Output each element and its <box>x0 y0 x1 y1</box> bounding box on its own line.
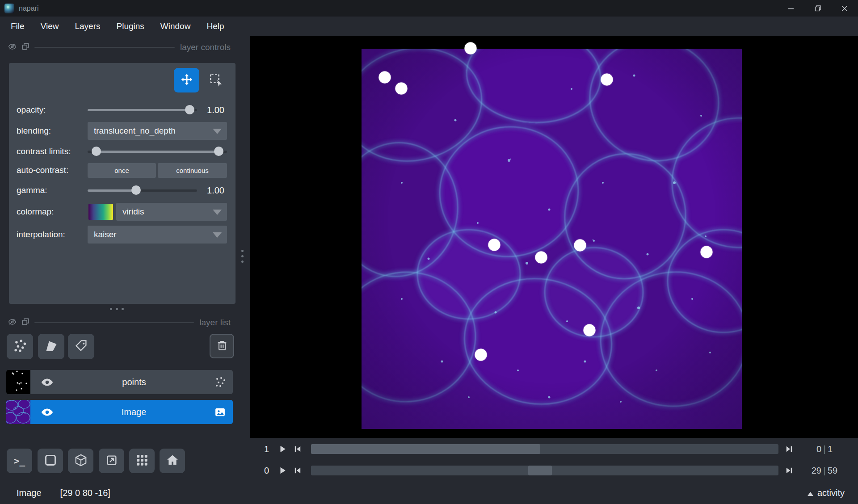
image-layer-icon <box>214 407 226 418</box>
skip-to-end-button[interactable] <box>783 443 795 455</box>
points-layer-icon <box>215 377 226 387</box>
points-layer-thumbnail <box>6 370 30 394</box>
float-panel-icon[interactable] <box>22 318 29 327</box>
console-button[interactable]: >_ <box>7 449 32 473</box>
delete-layer-button[interactable] <box>210 334 234 358</box>
play-button[interactable] <box>276 464 289 477</box>
menu-layers[interactable]: Layers <box>75 21 100 31</box>
opacity-slider-fill <box>88 109 189 111</box>
auto-contrast-continuous-button[interactable]: continuous <box>158 163 227 178</box>
dim-slider-handle[interactable] <box>528 466 551 475</box>
transform-icon <box>208 72 223 88</box>
colormap-dropdown[interactable]: viridis <box>116 203 227 221</box>
visibility-eye-icon[interactable] <box>41 378 53 386</box>
opacity-slider-handle[interactable] <box>185 105 194 114</box>
close-button[interactable] <box>831 0 858 17</box>
colormap-label: colormap: <box>17 204 54 220</box>
layer-item-image[interactable]: Image <box>6 400 233 424</box>
layer-buttons-row <box>0 334 250 360</box>
window-title: napari <box>19 4 38 13</box>
point-marker[interactable] <box>535 252 547 264</box>
blending-dropdown[interactable]: translucent_no_depth <box>88 122 227 140</box>
console-icon: >_ <box>14 456 25 466</box>
contrast-high-handle[interactable] <box>214 147 223 156</box>
point-marker[interactable] <box>475 349 487 361</box>
hide-panel-icon[interactable] <box>8 43 17 52</box>
cube-icon <box>74 454 88 468</box>
status-bar: Image [29 0 80 -16] activity <box>0 482 858 504</box>
new-labels-layer-button[interactable] <box>68 334 94 359</box>
minimize-button[interactable] <box>778 0 804 17</box>
hide-panel-icon[interactable] <box>8 319 17 327</box>
contrast-limits-slider[interactable] <box>88 143 227 160</box>
napari-window: napari File View Layers Plugins Window H… <box>0 0 858 504</box>
dim-slider-handle[interactable] <box>311 444 540 454</box>
new-points-layer-button[interactable] <box>7 334 33 359</box>
blending-row: blending: translucent_no_depth <box>9 123 236 139</box>
new-shapes-layer-button[interactable] <box>38 334 64 359</box>
skip-to-end-button[interactable] <box>783 464 795 477</box>
dims-slider-area: 1 0 | 1 0 <box>250 438 858 482</box>
skip-to-start-button[interactable] <box>291 443 304 455</box>
grid-icon <box>136 454 148 468</box>
interpolation-dropdown[interactable]: kaiser <box>88 226 227 244</box>
grid-view-button[interactable] <box>129 449 155 473</box>
menu-plugins[interactable]: Plugins <box>117 21 144 31</box>
menu-file[interactable]: File <box>11 21 25 31</box>
dim-slider-track[interactable] <box>311 444 778 454</box>
play-button[interactable] <box>276 443 289 455</box>
ndisplay-toggle-button[interactable] <box>38 449 63 473</box>
dim-position-readout: 0 | 1 <box>801 444 848 454</box>
colormap-swatch <box>88 204 113 220</box>
menu-help[interactable]: Help <box>206 21 224 31</box>
visibility-eye-icon[interactable] <box>41 408 53 416</box>
skip-to-start-button[interactable] <box>291 464 304 477</box>
point-marker[interactable] <box>701 246 713 258</box>
restore-button[interactable] <box>804 0 831 17</box>
transform-button[interactable] <box>203 68 228 92</box>
roll-dimensions-button[interactable] <box>68 449 93 473</box>
transpose-dimensions-button[interactable] <box>99 449 124 473</box>
opacity-slider[interactable] <box>88 102 197 118</box>
chevron-down-icon <box>213 210 222 215</box>
point-marker[interactable] <box>574 239 586 252</box>
dock-resize-handle[interactable] <box>241 250 244 263</box>
dim-slider-row-0: 0 29 | 59 <box>250 464 858 477</box>
gamma-slider[interactable] <box>88 182 197 198</box>
dim-current: 0 <box>801 444 821 454</box>
point-marker[interactable] <box>601 74 613 86</box>
layer-item-points[interactable]: points <box>6 370 233 394</box>
point-marker[interactable] <box>379 71 391 84</box>
layer-list-header: layer list <box>8 317 231 328</box>
point-marker[interactable] <box>395 83 408 95</box>
auto-contrast-once-button[interactable]: once <box>88 163 156 178</box>
point-marker[interactable] <box>465 42 477 55</box>
auto-contrast-row: auto-contrast: once continuous <box>9 162 236 178</box>
layer-name: Image <box>53 407 214 417</box>
home-button[interactable] <box>160 449 185 473</box>
pan-zoom-button[interactable] <box>174 68 199 92</box>
layer-list-title: layer list <box>199 318 231 328</box>
gamma-slider-handle[interactable] <box>131 185 141 195</box>
contrast-limits-row: contrast limits: <box>9 143 236 160</box>
blending-label: blending: <box>17 123 51 139</box>
point-marker[interactable] <box>584 324 596 336</box>
contrast-slider-fill <box>96 151 219 153</box>
dim-slider-track[interactable] <box>311 466 778 475</box>
point-marker[interactable] <box>488 239 500 251</box>
panel-resize-handle[interactable] <box>110 308 124 310</box>
dim-slider-row-1: 1 0 | 1 <box>250 442 858 456</box>
gamma-value: 1.00 <box>197 182 224 198</box>
layer-controls-panel: opacity: 1.00 blending: translucent_no_d… <box>9 63 236 304</box>
pan-arrows-icon <box>180 72 194 88</box>
menu-window[interactable]: Window <box>160 21 191 31</box>
layer-name: points <box>53 377 215 387</box>
contrast-low-handle[interactable] <box>92 147 101 156</box>
menu-view[interactable]: View <box>41 21 59 31</box>
opacity-row: opacity: 1.00 <box>9 102 236 118</box>
transpose-icon <box>105 454 118 468</box>
float-panel-icon[interactable] <box>22 43 29 52</box>
viewer-canvas[interactable] <box>250 36 858 438</box>
activity-button[interactable]: activity <box>808 488 845 498</box>
dim-position-readout: 29 | 59 <box>801 466 848 476</box>
